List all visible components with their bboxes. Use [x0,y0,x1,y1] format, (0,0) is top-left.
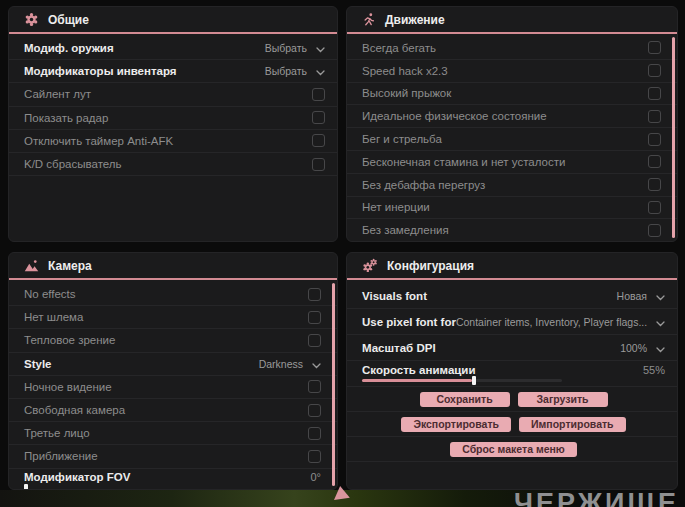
row-slider: Скорость анимации55% [347,361,677,387]
import-button[interactable]: Импортировать [519,417,626,432]
checkbox[interactable] [312,158,325,171]
setting-label: Тепловое зрение [24,334,115,346]
load-button[interactable]: Загрузить [518,392,608,407]
row-checkbox: Speed hack x2.3 [347,60,677,83]
panel-title: Движение [385,13,445,27]
slider-handle[interactable] [472,376,476,385]
setting-label: Свободная камера [24,404,125,416]
dropdown[interactable]: Darkness [259,355,321,373]
row-checkbox: Свободная камера [9,399,337,422]
row-checkbox: Бесконечная стамина и нет усталости [347,151,677,174]
checkbox[interactable] [648,64,661,77]
gears-icon [362,258,378,273]
checkbox[interactable] [308,450,321,463]
gear-icon [24,12,39,27]
image-icon [24,259,39,272]
setting-label: No effects [24,288,76,300]
runner-icon [362,12,376,27]
background-location-text: ЧЕРЖИЩЕ [514,488,679,507]
checkbox[interactable] [308,334,321,347]
chevron-down-icon [656,339,665,357]
dropdown[interactable]: Выбрать [265,62,325,80]
setting-label: Нет шлема [24,311,83,323]
setting-label: Приближение [24,450,98,462]
dropdown[interactable]: 100% [620,339,665,357]
setting-label: Бег и стрельба [362,133,442,145]
row-dropdown: Visuals fontНовая [347,283,677,309]
row-checkbox: No effects [9,283,337,306]
setting-label: K/D сбрасыватель [24,158,122,170]
checkbox[interactable] [648,133,661,146]
checkbox[interactable] [312,111,325,124]
checkbox[interactable] [312,134,325,147]
setting-label: Высокий прыжок [362,87,451,99]
save-button[interactable]: Сохранить [420,392,510,407]
dropdown-value: Выбрать [265,65,307,77]
panel-movement: Движение Всегда бегатьSpeed hack x2.3Выс… [346,6,678,242]
chevron-down-icon [316,39,325,57]
row-checkbox: Показать радар [9,107,337,130]
row-checkbox: K/D сбрасыватель [9,153,337,176]
row-checkbox: Приближение [9,445,337,468]
checkbox[interactable] [648,224,661,237]
row-checkbox: Без замедления [347,219,677,242]
row-buttons: ЭкспортироватьИмпортировать [347,412,677,437]
row-checkbox: Всегда бегать [347,37,677,60]
setting-label: Идеальное физическое состояние [362,110,547,122]
setting-label: Ночное видение [24,381,112,393]
slider[interactable] [362,379,562,382]
chevron-down-icon [656,313,665,331]
row-checkbox: Нет инерции [347,197,677,220]
dropdown-value: Выбрать [265,42,307,54]
checkbox[interactable] [648,155,661,168]
row-checkbox: Третье лицо [9,422,337,445]
checkbox[interactable] [648,41,661,54]
checkbox[interactable] [648,87,661,100]
checkbox[interactable] [312,88,325,101]
slider-fill [362,379,472,382]
checkbox[interactable] [648,110,661,123]
panel-title: Камера [48,259,92,273]
panel-camera: Камера No effectsНет шлемаТепловое зрени… [8,252,338,490]
panel-camera-header: Камера [9,253,337,280]
slider-handle[interactable] [24,484,28,491]
setting-label: Сайлент лут [24,88,91,100]
row-dropdown: Модиф. оружияВыбрать [9,37,337,60]
checkbox[interactable] [308,380,321,393]
setting-label: Visuals font [362,290,427,302]
dropdown[interactable]: Container items, Inventory, Player flags… [456,313,665,331]
dropdown[interactable]: Новая [617,287,665,305]
row-dropdown: StyleDarkness [9,353,337,376]
panel-config-header: Конфигурация [347,253,677,280]
row-checkbox: Сайлент лут [9,83,337,106]
dropdown-value: Container items, Inventory, Player flags… [456,316,647,328]
slider[interactable] [24,487,322,490]
checkbox[interactable] [648,201,661,214]
setting-label: Модификатор FOV [24,471,130,483]
setting-label: Показать радар [24,112,108,124]
row-checkbox: Идеальное физическое состояние [347,105,677,128]
row-dropdown: Масштаб DPI100% [347,335,677,361]
checkbox[interactable] [308,288,321,301]
row-checkbox: Бег и стрельба [347,128,677,151]
row-buttons: СохранитьЗагрузить [347,387,677,412]
setting-label: Style [24,358,52,370]
reset-menu-layout-button[interactable]: Сброс макета меню [450,442,577,457]
checkbox[interactable] [648,178,661,191]
export-button[interactable]: Экспортировать [401,417,511,432]
setting-label: Скорость анимации [362,364,476,376]
dropdown-value: 100% [620,342,647,354]
setting-label: Модификаторы инвентаря [24,65,177,77]
checkbox[interactable] [308,311,321,324]
dropdown[interactable]: Выбрать [265,39,325,57]
scrollbar[interactable] [672,37,675,238]
setting-label: Масштаб DPI [362,342,436,354]
scrollbar[interactable] [332,283,335,486]
checkbox[interactable] [308,404,321,417]
row-checkbox: Отключить таймер Anti-AFK [9,130,337,153]
row-checkbox: Тепловое зрение [9,329,337,352]
panel-config: Конфигурация Visuals fontНоваяUse pixel … [346,252,678,490]
row-dropdown: Use pixel font forContainer items, Inven… [347,309,677,335]
checkbox[interactable] [308,427,321,440]
row-dropdown: Модификаторы инвентаряВыбрать [9,60,337,83]
